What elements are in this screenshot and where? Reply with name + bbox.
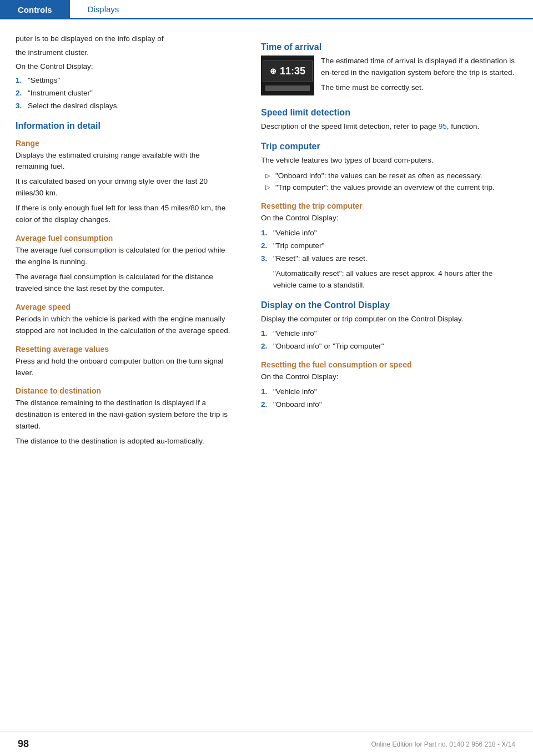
list-num: 1. — [261, 328, 270, 340]
list-item: 2. "Instrument cluster" — [16, 88, 234, 99]
resetting-trip-heading: Resetting the trip computer — [261, 201, 517, 210]
resetting-trip-list: 1. "Vehicle info" 2. "Trip computer" 3. … — [261, 228, 517, 265]
information-in-detail-heading: Information in detail — [16, 121, 234, 131]
list-text: "Trip computer" — [273, 240, 324, 252]
avg-speed-text-1: Periods in which the vehicle is parked w… — [16, 314, 234, 337]
list-text: "Instrument cluster" — [28, 88, 93, 99]
time-of-arrival-content: ⊕ 11:35 The estimated time of arrival is… — [261, 56, 517, 99]
list-item: 1. "Vehicle info" — [261, 386, 517, 398]
list-num: 2. — [261, 240, 270, 252]
resetting-avg-heading: Resetting average values — [16, 345, 234, 354]
resetting-fuel-heading: Resetting the fuel consumption or speed — [261, 360, 517, 369]
list-num: 1. — [261, 228, 270, 239]
range-text-1: Displays the estimated cruising range av… — [16, 150, 234, 173]
list-num: 3. — [261, 253, 270, 265]
list-text: Select the desired displays. — [28, 100, 119, 112]
clock-icon: ⊕ — [270, 67, 276, 75]
tab-displays[interactable]: Displays — [70, 0, 137, 19]
list-num: 3. — [16, 100, 24, 112]
trip-computer-bullets: "Onboard info": the values can be reset … — [265, 170, 517, 194]
display-control-list: 1. "Vehicle info" 2. "Onboard info" or "… — [261, 328, 517, 352]
list-item: 2. "Onboard info" — [261, 399, 517, 411]
list-num: 2. — [261, 399, 270, 411]
trip-computer-intro: The vehicle features two types of board … — [261, 155, 517, 167]
range-text-2: It is calculated based on your driving s… — [16, 176, 234, 199]
distance-dest-heading: Distance to destination — [16, 386, 234, 395]
resetting-trip-intro: On the Control Display: — [261, 213, 517, 224]
speed-limit-text-after: , function. — [447, 122, 480, 130]
avg-speed-heading: Average speed — [16, 303, 234, 311]
page-header: Controls Displays — [0, 0, 533, 20]
list-text: "Vehicle info" — [273, 228, 317, 239]
list-item: 1. "Vehicle info" — [261, 328, 517, 340]
list-num: 2. — [16, 88, 24, 99]
list-num: 1. — [261, 386, 270, 398]
resetting-fuel-intro: On the Control Display: — [261, 371, 517, 383]
list-text: "Onboard info" — [273, 399, 322, 411]
list-text: "Reset": all values are reset. — [273, 253, 367, 265]
speed-limit-page-link[interactable]: 95 — [439, 122, 447, 130]
resetting-fuel-list: 1. "Vehicle info" 2. "Onboard info" — [261, 386, 517, 411]
intro-line-1: puter is to be displayed on the info dis… — [16, 33, 234, 45]
intro-line-3: On the Control Display: — [16, 61, 234, 73]
list-item: 3. Select the desired displays. — [16, 100, 234, 112]
avg-fuel-text-2: The average fuel consumption is calculat… — [16, 271, 234, 295]
list-text: "Vehicle info" — [273, 328, 317, 340]
range-heading: Range — [16, 139, 234, 148]
display-control-heading: Display on the Control Display — [261, 300, 517, 310]
list-item: 2. "Trip computer" — [261, 240, 517, 252]
intro-list: 1. "Settings" 2. "Instrument cluster" 3.… — [16, 75, 234, 112]
list-item: 1. "Vehicle info" — [261, 228, 517, 239]
clock-time: 11:35 — [280, 65, 305, 77]
left-column: puter is to be displayed on the info dis… — [0, 33, 250, 451]
clock-display: ⊕ 11:35 — [263, 61, 313, 82]
list-num: 1. — [16, 75, 24, 87]
page-content: puter is to be displayed on the info dis… — [0, 20, 533, 484]
header-line — [137, 0, 533, 19]
list-text: "Settings" — [28, 75, 60, 87]
arrival-image: ⊕ 11:35 — [261, 56, 314, 95]
speed-limit-text: Description of the speed limit detection… — [261, 121, 517, 133]
range-text-3: If there is only enough fuel left for le… — [16, 203, 234, 226]
tab-controls[interactable]: Controls — [0, 0, 70, 19]
list-item: 3. "Reset": all values are reset. — [261, 253, 517, 265]
avg-fuel-text-1: The average fuel consumption is calculat… — [16, 245, 234, 268]
page-footer: 98 Online Edition for Part no. 0140 2 95… — [0, 732, 533, 756]
avg-fuel-heading: Average fuel consumption — [16, 234, 234, 243]
time-of-arrival-heading: Time of arrival — [261, 42, 517, 52]
speed-limit-heading: Speed limit detection — [261, 108, 517, 118]
page-number: 98 — [18, 738, 29, 750]
intro-line-2: the instrument cluster. — [16, 47, 234, 59]
footer-copyright: Online Edition for Part no. 0140 2 956 2… — [371, 740, 515, 748]
distance-dest-text-2: The distance to the destination is adopt… — [16, 436, 234, 447]
display-control-intro: Display the computer or trip computer on… — [261, 314, 517, 325]
speed-limit-text-before: Description of the speed limit detection… — [261, 122, 439, 130]
bullet-item: "Trip computer": the values provide an o… — [265, 182, 517, 194]
resetting-avg-text: Press and hold the onboard computer butt… — [16, 356, 234, 379]
list-text: "Onboard info" or "Trip computer" — [273, 341, 384, 352]
right-column: Time of arrival ⊕ 11:35 The estimated ti… — [250, 33, 533, 451]
list-item: 2. "Onboard info" or "Trip computer" — [261, 341, 517, 352]
list-num: 2. — [261, 341, 270, 352]
bullet-item: "Onboard info": the values can be reset … — [265, 170, 517, 182]
trip-computer-heading: Trip computer — [261, 142, 517, 152]
image-bar — [265, 85, 310, 91]
distance-dest-text-1: The distance remaining to the destinatio… — [16, 397, 234, 432]
list-item: 1. "Settings" — [16, 75, 234, 87]
resetting-trip-note: "Automatically reset": all values are re… — [273, 268, 517, 291]
list-text: "Vehicle info" — [273, 386, 317, 398]
